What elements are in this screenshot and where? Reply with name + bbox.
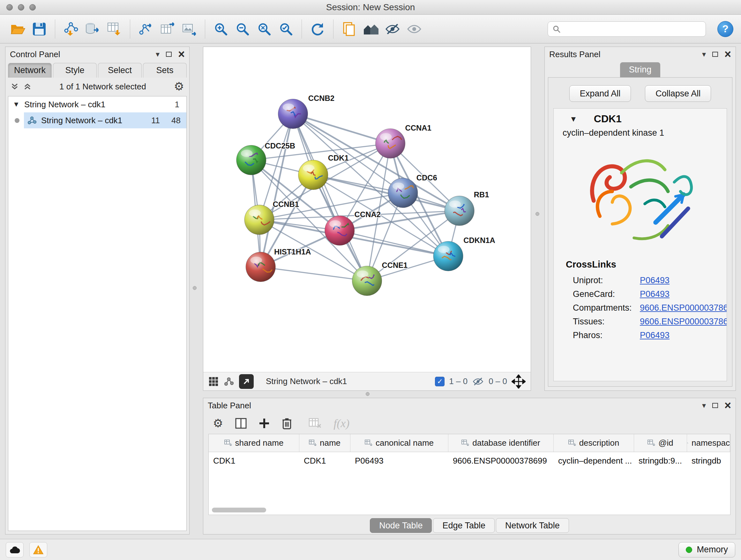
panel-menu-icon[interactable]: ▾ bbox=[156, 51, 159, 58]
collapse-all-icon[interactable] bbox=[10, 82, 19, 91]
document-button[interactable] bbox=[339, 18, 359, 40]
network-node-CDC6[interactable]: CDC6 bbox=[388, 173, 437, 208]
collapse-caret-icon[interactable]: ▼ bbox=[569, 115, 577, 124]
horizontal-scrollbar[interactable] bbox=[212, 508, 266, 512]
cell-shared-name[interactable]: CDK1 bbox=[209, 452, 299, 469]
network-canvas[interactable]: CCNB2CCNA1CDC25BCDK1CDC6RB1CCNB1CCNA2CDK… bbox=[203, 47, 531, 372]
import-network-file-button[interactable] bbox=[61, 18, 81, 40]
crosslink-compartments-link[interactable]: 9606.ENSP00000378699 bbox=[640, 303, 727, 313]
network-node-CDKN1A[interactable]: CDKN1A bbox=[433, 236, 495, 271]
column-header[interactable]: @id bbox=[634, 434, 687, 452]
hide-graphics-button[interactable] bbox=[383, 18, 402, 40]
zoom-out-button[interactable] bbox=[232, 18, 253, 40]
selected-checkbox-icon[interactable]: ✓ bbox=[435, 377, 445, 386]
cell-database-identifier[interactable]: 9606.ENSP00000378699 bbox=[448, 452, 554, 469]
network-row[interactable]: String Network – cdk1 11 48 bbox=[8, 112, 186, 128]
tab-network[interactable]: Network bbox=[8, 63, 52, 78]
collapse-caret-icon[interactable]: ▼ bbox=[8, 100, 24, 109]
panel-float-icon[interactable] bbox=[166, 52, 172, 57]
share-network-icon[interactable] bbox=[224, 376, 234, 387]
tab-style[interactable]: Style bbox=[53, 63, 97, 78]
birdseye-grid-icon[interactable] bbox=[208, 376, 219, 387]
save-session-icon bbox=[32, 22, 46, 36]
zoom-fit-button[interactable] bbox=[254, 18, 274, 40]
network-node-CDC25B[interactable]: CDC25B bbox=[237, 141, 295, 175]
show-graphics-button[interactable] bbox=[404, 18, 424, 40]
column-header[interactable]: namespac bbox=[687, 434, 730, 452]
network-node-CCNA1[interactable]: CCNA1 bbox=[376, 124, 431, 159]
toolbar-separator bbox=[130, 19, 130, 39]
toolbar-search[interactable] bbox=[548, 21, 706, 37]
cell-canonical-name[interactable]: P06493 bbox=[350, 452, 448, 469]
network-row-selected[interactable]: String Network – cdk1 11 48 bbox=[24, 112, 186, 128]
network-node-RB1[interactable]: RB1 bbox=[445, 190, 489, 226]
panel-menu-icon[interactable]: ▾ bbox=[702, 51, 706, 58]
table-tabs: Node Table Edge Table Network Table bbox=[203, 515, 736, 534]
table-settings-gear-icon[interactable]: ⚙ bbox=[213, 418, 223, 429]
crosslink-pharos-link[interactable]: P06493 bbox=[640, 330, 670, 340]
cell-namespace[interactable]: stringdb bbox=[687, 452, 730, 469]
help-button[interactable]: ? bbox=[718, 21, 733, 37]
panel-float-icon[interactable] bbox=[712, 403, 718, 408]
cell-description[interactable]: cyclin–dependent ... bbox=[554, 452, 634, 469]
cell-id[interactable]: stringdb:9... bbox=[634, 452, 687, 469]
import-table-button[interactable] bbox=[105, 18, 124, 40]
network-node-CCNB1[interactable]: CCNB1 bbox=[245, 200, 299, 235]
delete-column-trash-icon[interactable] bbox=[282, 417, 292, 429]
tab-sets[interactable]: Sets bbox=[143, 63, 187, 78]
export-image-button[interactable] bbox=[179, 18, 199, 40]
gear-icon[interactable]: ⚙ bbox=[174, 81, 184, 92]
panel-close-icon[interactable]: × bbox=[724, 49, 731, 60]
splitter-handle[interactable] bbox=[193, 286, 197, 290]
splitter-handle[interactable] bbox=[536, 212, 539, 216]
splitter-handle[interactable] bbox=[366, 392, 369, 396]
apply-layout-button[interactable] bbox=[308, 18, 327, 40]
node-count: 11 bbox=[151, 116, 160, 125]
search-input[interactable] bbox=[564, 24, 701, 34]
panel-menu-icon[interactable]: ▾ bbox=[702, 401, 706, 409]
cloud-button[interactable] bbox=[6, 542, 23, 557]
open-in-new-button[interactable] bbox=[239, 374, 254, 389]
column-header[interactable]: database identifier bbox=[448, 434, 554, 452]
expand-all-button[interactable]: Expand All bbox=[569, 85, 631, 102]
network-collection-row[interactable]: ▼ String Network – cdk1 1 bbox=[8, 97, 186, 112]
zoom-selected-button[interactable] bbox=[276, 18, 296, 40]
zoom-in-button[interactable] bbox=[211, 18, 231, 40]
memory-button[interactable]: Memory bbox=[678, 542, 735, 557]
save-session-button[interactable] bbox=[29, 18, 49, 40]
show-columns-icon[interactable] bbox=[235, 418, 247, 429]
tab-node-table[interactable]: Node Table bbox=[370, 518, 432, 533]
crosslink-uniprot-link[interactable]: P06493 bbox=[640, 275, 670, 286]
crosslink-label: Pharos: bbox=[573, 330, 640, 340]
crosslink-genecard-link[interactable]: P06493 bbox=[640, 289, 670, 299]
tab-edge-table[interactable]: Edge Table bbox=[433, 518, 495, 533]
export-network-button[interactable] bbox=[136, 18, 156, 40]
export-table-button[interactable] bbox=[158, 18, 178, 40]
table-row[interactable]: CDK1 CDK1 P06493 9606.ENSP00000378699 cy… bbox=[209, 452, 730, 469]
expand-all-icon[interactable] bbox=[23, 82, 31, 91]
cell-name[interactable]: CDK1 bbox=[299, 452, 350, 469]
import-network-database-button[interactable] bbox=[83, 18, 103, 40]
tab-network-table[interactable]: Network Table bbox=[496, 518, 569, 533]
panel-float-icon[interactable] bbox=[712, 52, 718, 57]
add-column-icon[interactable] bbox=[259, 418, 270, 429]
minimize-window-button[interactable] bbox=[18, 4, 24, 10]
column-header[interactable]: name bbox=[299, 434, 350, 452]
warning-button[interactable] bbox=[29, 542, 47, 557]
column-header[interactable]: canonical name bbox=[350, 434, 448, 452]
panel-close-icon[interactable]: × bbox=[724, 400, 731, 411]
pan-crosshair-icon[interactable] bbox=[512, 374, 526, 388]
close-window-button[interactable] bbox=[6, 4, 13, 10]
hidden-eye-icon[interactable] bbox=[472, 377, 484, 386]
network-node-HIST1H1A[interactable]: HIST1H1A bbox=[246, 247, 311, 282]
tab-select[interactable]: Select bbox=[98, 63, 142, 78]
open-session-button[interactable] bbox=[8, 18, 27, 40]
column-header[interactable]: description bbox=[554, 434, 634, 452]
home-button[interactable] bbox=[361, 18, 381, 40]
collapse-all-button[interactable]: Collapse All bbox=[645, 85, 711, 102]
column-header[interactable]: shared name bbox=[209, 434, 299, 452]
zoom-window-button[interactable] bbox=[29, 4, 36, 10]
panel-close-icon[interactable]: × bbox=[178, 49, 185, 60]
tab-string[interactable]: String bbox=[620, 62, 661, 77]
crosslink-tissues-link[interactable]: 9606.ENSP00000378699 bbox=[640, 317, 727, 327]
